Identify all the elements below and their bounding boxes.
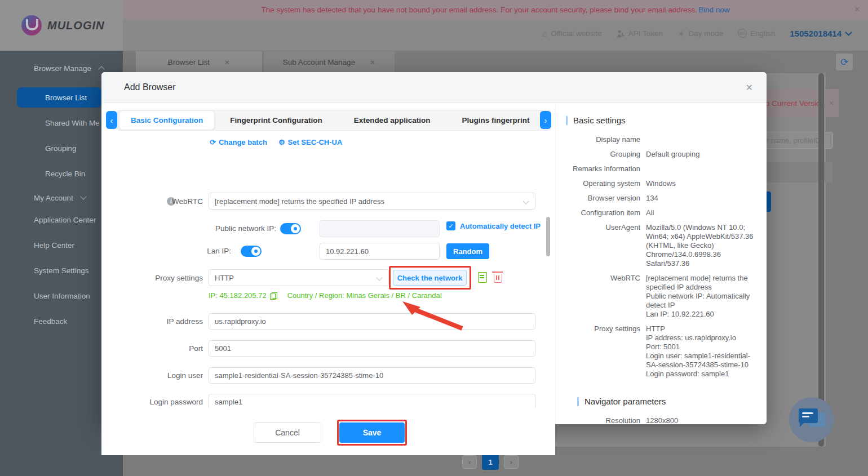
- section-bar: [566, 116, 568, 125]
- lan-ip-input[interactable]: [320, 243, 440, 260]
- port-input[interactable]: [209, 340, 535, 357]
- modal-toolbar: ⟳ Change batch ⚙ Set SEC-CH-UA: [210, 138, 342, 146]
- summary-row: Configuration itemAll: [556, 208, 756, 217]
- auto-detect-ip-label[interactable]: Automatically detect IP: [460, 222, 541, 230]
- settings-summary-panel: Basic settings Display name GroupingDefa…: [555, 103, 767, 424]
- key-icon: [617, 29, 625, 38]
- summary-row: Operating systemWindows: [556, 179, 756, 188]
- summary-row: Remarks information: [556, 164, 756, 174]
- summary-row: WebRTC[replacement mode] returns the spe…: [556, 274, 756, 319]
- gear-icon: ⚙: [278, 138, 285, 146]
- close-icon[interactable]: ✕: [829, 99, 834, 107]
- email-warning-banner: The system has detected that you have no…: [123, 0, 868, 20]
- close-icon[interactable]: ✕: [224, 59, 230, 66]
- banner-text: The system has detected that you have no…: [262, 6, 697, 14]
- login-password-input[interactable]: [209, 394, 535, 408]
- copy-icon[interactable]: [270, 292, 276, 299]
- modal-footer: Cancel Save: [101, 408, 555, 455]
- proxy-region-text: Country / Region: Minas Gerais / BR / Ca…: [287, 291, 442, 300]
- chat-support-button[interactable]: [789, 397, 834, 442]
- summary-row: Resolution1280x800: [556, 416, 756, 424]
- trash-icon[interactable]: [494, 274, 502, 283]
- language-selector[interactable]: En English: [738, 29, 775, 38]
- section-bar: [577, 397, 579, 406]
- check-network-button[interactable]: Check the network: [393, 270, 467, 286]
- proxy-type-select[interactable]: HTTP: [209, 269, 389, 286]
- summary-row: Proxy settingsHTTP IP address: us.rapidp…: [556, 324, 756, 379]
- pagination-prev-button[interactable]: ‹: [462, 455, 477, 469]
- form-vertical-scrollbar[interactable]: [546, 217, 550, 256]
- api-token-link[interactable]: API Token: [617, 29, 663, 38]
- tabs-scroll-left-button[interactable]: ‹: [106, 111, 117, 129]
- random-button[interactable]: Random: [446, 243, 489, 259]
- save-button[interactable]: Save: [339, 422, 405, 443]
- page-tab-sub-account-manage[interactable]: Sub Account Manage ✕: [263, 51, 395, 73]
- page-scrollbar[interactable]: [818, 73, 824, 447]
- tab-basic-configuration[interactable]: Basic Configuration: [119, 111, 214, 130]
- bind-now-link[interactable]: Bind now: [698, 6, 730, 14]
- header-nav: ⌂ Official website API Token ☀ Day mode …: [542, 25, 851, 42]
- account-id: 15052018414: [790, 29, 842, 38]
- basic-settings-heading: Basic settings: [566, 115, 756, 125]
- tab-fingerprint-configuration[interactable]: Fingerprint Configuration: [214, 116, 338, 124]
- port-label: Port: [135, 344, 203, 353]
- home-icon: ⌂: [542, 29, 547, 38]
- webrtc-label: WebRTC: [135, 197, 203, 206]
- cancel-button[interactable]: Cancel: [254, 422, 321, 443]
- change-batch-link[interactable]: ⟳ Change batch: [210, 138, 267, 146]
- summary-row: GroupingDefault grouping: [556, 150, 756, 159]
- summary-row: Browser version134: [556, 194, 756, 203]
- modal-form-column: ‹ › Basic Configuration Fingerprint Conf…: [101, 103, 555, 424]
- proxy-check-result: IP: 45.182.205.72 Country / Region: Mina…: [209, 291, 442, 300]
- modal-title: Add Browser: [124, 82, 176, 92]
- sidebar-item-browser-list[interactable]: Browser List: [17, 87, 101, 108]
- proxy-settings-label: Proxy settings: [135, 274, 203, 282]
- banner-close-icon[interactable]: ✕: [854, 5, 860, 14]
- close-icon[interactable]: ✕: [370, 59, 375, 66]
- chevron-up-icon: [98, 66, 104, 72]
- proxy-ip-text: IP: 45.182.205.72: [209, 291, 267, 300]
- ip-address-input[interactable]: [209, 313, 535, 330]
- modal-tab-bar: Basic Configuration Fingerprint Configur…: [117, 110, 551, 131]
- summary-row: Display name: [556, 135, 756, 144]
- mulogin-logo-icon: [21, 15, 42, 35]
- tabs-scroll-right-button[interactable]: ›: [540, 111, 551, 129]
- logo-text: MULOGIN: [47, 19, 104, 32]
- form-scroll-area: i WebRTC [replacement mode] returns the …: [101, 157, 552, 408]
- modal-close-icon[interactable]: ✕: [746, 82, 753, 93]
- public-ip-toggle[interactable]: [280, 223, 301, 234]
- navigator-parameters-heading: Navigator parameters: [577, 397, 756, 406]
- login-password-label: Login password: [135, 398, 203, 406]
- login-user-label: Login user: [135, 371, 203, 380]
- version-notice: p Current Version ✕: [755, 89, 839, 117]
- login-user-input[interactable]: [209, 367, 535, 384]
- pagination-next-button[interactable]: ›: [504, 455, 519, 469]
- lan-ip-toggle[interactable]: [241, 246, 262, 257]
- logo: MULOGIN: [0, 0, 123, 51]
- tab-extended-application[interactable]: Extended application: [338, 116, 446, 124]
- screen: MULOGIN ⌂ Official website API Token ☀ D…: [0, 0, 868, 476]
- account-menu[interactable]: 15052018414: [790, 29, 851, 38]
- auto-detect-ip-checkbox[interactable]: ✓: [446, 221, 455, 230]
- language-icon: En: [738, 29, 747, 38]
- set-sec-ch-ua-link[interactable]: ⚙ Set SEC-CH-UA: [278, 138, 342, 146]
- ip-address-label: IP address: [135, 317, 203, 326]
- public-ip-input[interactable]: [320, 220, 440, 237]
- lan-ip-label: Lan IP:: [192, 247, 231, 255]
- page-tab-browser-list[interactable]: Browser List ✕: [135, 51, 263, 73]
- chevron-down-icon: [522, 198, 529, 204]
- tab-plugins-fingerprint[interactable]: Plugins fingerprint: [446, 116, 546, 124]
- pagination-page-1[interactable]: 1: [482, 454, 499, 470]
- webrtc-select[interactable]: [replacement mode] returns the specified…: [209, 193, 535, 210]
- refresh-icon: ⟳: [210, 138, 216, 146]
- refresh-button[interactable]: ⟳: [836, 54, 853, 70]
- public-network-ip-label: Public network IP:: [192, 224, 276, 233]
- chevron-down-icon: [80, 193, 86, 199]
- chevron-down-icon: [845, 29, 852, 36]
- day-mode-toggle[interactable]: ☀ Day mode: [677, 29, 723, 38]
- chevron-down-icon: [376, 274, 382, 281]
- official-website-link[interactable]: ⌂ Official website: [542, 29, 602, 38]
- sun-icon: ☀: [677, 29, 685, 38]
- document-icon[interactable]: [478, 272, 487, 283]
- add-browser-modal: Add Browser ✕ ‹ › Basic Configuration Fi…: [101, 72, 767, 424]
